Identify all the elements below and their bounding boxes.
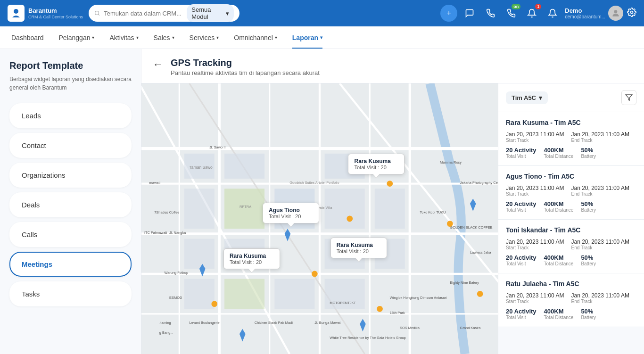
add-button[interactable]: + (440, 5, 457, 22)
nav-aktivitas[interactable]: Aktivitas ▾ (109, 26, 138, 49)
svg-text:Jl. Sawo II: Jl. Sawo II (209, 145, 225, 149)
sidebar-item-tasks[interactable]: Tasks (9, 281, 132, 306)
logo-name: Barantum (28, 7, 83, 15)
phone-icon (486, 8, 495, 18)
nav-dashboard[interactable]: Dashboard (11, 26, 44, 49)
right-panel: Tim A5C ▾ Rara Kusuma - Tim A5C Jan 20, … (498, 83, 644, 354)
phone-ring-icon (506, 8, 516, 18)
filter-icon (625, 94, 633, 101)
svg-text:Taman Sawo: Taman Sawo (190, 165, 213, 170)
svg-line-2 (99, 14, 99, 15)
svg-marker-78 (626, 95, 632, 100)
search-input[interactable] (104, 10, 183, 17)
svg-rect-27 (184, 239, 215, 269)
svg-text:MOTORENTJKT: MOTORENTJKT (330, 301, 356, 305)
distance-stat: 400KM Total Distance (544, 147, 574, 159)
svg-text:Goodrich Suites Artotel Portfo: Goodrich Suites Artotel Portfolio (289, 181, 339, 185)
agent-card-1[interactable]: Agus Tiono - Tim A5C Jan 20, 2023 11:00 … (498, 166, 644, 220)
secondary-bell-icon (548, 8, 557, 18)
map-container[interactable]: Taman Sawo RPTRA Veranda Private Villa S… (141, 83, 498, 354)
agent-card-3[interactable]: Ratu Julaeha - Tim A5C Jan 20, 2023 11:0… (498, 273, 644, 327)
map-popup-agus[interactable]: Agus Tiono Total Visit : 20 (263, 203, 319, 223)
map-popup-rara-2[interactable]: Rara Kusuma Total Visit : 20 (330, 238, 387, 258)
svg-text:15th Park: 15th Park (390, 311, 405, 315)
agent-name: Ratu Julaeha - Tim A5C (506, 280, 636, 288)
sidebar-item-deals[interactable]: Deals (9, 192, 132, 217)
chat-button[interactable] (461, 5, 478, 22)
svg-text:Winglok Hongkong Dimsum Antasa: Winglok Hongkong Dimsum Antasari (390, 296, 447, 300)
svg-text:Eighty Nine Eatery: Eighty Nine Eatery (450, 280, 479, 285)
popup-name: Rara Kusuma (354, 158, 398, 165)
svg-text:SOS Medika: SOS Medika (400, 326, 420, 330)
svg-rect-25 (224, 189, 264, 229)
secondary-bell-button[interactable] (544, 5, 561, 22)
svg-rect-34 (274, 279, 314, 309)
nav-sales[interactable]: Sales ▾ (154, 26, 174, 49)
team-selector[interactable]: Tim A5C ▾ (506, 91, 548, 104)
svg-text:g Bang...: g Bang... (159, 330, 173, 335)
sidebar-item-leads[interactable]: Leads (9, 103, 132, 128)
main-layout: Report Template Berbagai widget laporan … (0, 49, 644, 354)
nav-omnichannel[interactable]: Omnichannel ▾ (234, 26, 277, 49)
start-track-label: Start Track (506, 299, 571, 304)
agent-list: Rara Kusuma - Tim A5C Jan 20, 2023 11:00… (498, 112, 644, 354)
aktivitas-caret-icon: ▾ (136, 35, 139, 40)
menu-navigation: Dashboard Pelanggan ▾ Aktivitas ▾ Sales … (0, 26, 644, 49)
popup-visit: Total Visit : 20 (269, 214, 313, 219)
end-track-value: Jan 20, 2023 11:00 AM (571, 131, 637, 138)
agent-name: Toni Iskandar - Tim A5C (506, 226, 636, 234)
distance-stat: 400KM Total Distance (544, 200, 574, 213)
agent-card-0[interactable]: Rara Kusuma - Tim A5C Jan 20, 2023 11:00… (498, 112, 644, 166)
gps-header: ← GPS Tracking Pantau realtime aktivitas… (141, 49, 644, 83)
nav-services[interactable]: Services ▾ (190, 26, 219, 49)
avatar[interactable] (608, 6, 623, 21)
start-track-value: Jan 20, 2023 11:00 AM (506, 292, 571, 299)
svg-point-68 (387, 181, 393, 187)
svg-text:ITC Fatmawati: ITC Fatmawati (144, 231, 167, 235)
popup-visit: Total Visit : 20 (230, 259, 274, 265)
svg-rect-32 (184, 279, 215, 309)
svg-text:Levant Boulangerie: Levant Boulangerie (190, 321, 220, 325)
sales-caret-icon: ▾ (172, 35, 174, 40)
svg-text:Lawless Jaka: Lawless Jaka (470, 250, 492, 255)
settings-button[interactable] (627, 8, 636, 19)
sidebar-item-calls[interactable]: Calls (9, 222, 132, 247)
svg-point-71 (477, 291, 483, 297)
nav-laporan[interactable]: Laporan ▾ (292, 26, 322, 49)
end-track-value: Jan 20, 2023 11:00 AM (571, 292, 637, 299)
map-popup-rara-1[interactable]: Rara Kusuma Total Visit : 20 (348, 154, 405, 174)
popup-name: Agus Tiono (269, 207, 313, 214)
sidebar-item-contact[interactable]: Contact (9, 133, 132, 158)
popup-name: Rara Kusuma (230, 253, 274, 259)
battery-stat: 50% Battery (581, 147, 596, 159)
alert-button[interactable]: 1 (523, 5, 540, 22)
svg-text:-taming: -taming (159, 321, 171, 325)
module-select[interactable]: Semua Modul ▾ (187, 4, 234, 22)
back-button[interactable]: ← (153, 58, 163, 71)
popup-visit: Total Visit : 20 (354, 165, 398, 170)
topnav-actions: + on 1 Demo demo@barantum... (440, 5, 636, 22)
svg-text:Grand Kasira: Grand Kasira (460, 326, 481, 330)
svg-text:Toko Kopi TUKU: Toko Kopi TUKU (420, 210, 446, 214)
agent-name: Agus Tiono - Tim A5C (506, 173, 636, 180)
agent-card-2[interactable]: Toni Iskandar - Tim A5C Jan 20, 2023 11:… (498, 220, 644, 273)
sidebar: Report Template Berbagai widget laporan … (0, 49, 141, 354)
activity-stat: 20 Activity Total Visit (506, 147, 537, 159)
svg-text:ESMOD: ESMOD (169, 296, 182, 300)
svg-text:Jakarta Photography Centre: Jakarta Photography Centre (460, 181, 498, 185)
notifications-button[interactable]: on (503, 5, 520, 22)
content-area: ← GPS Tracking Pantau realtime aktivitas… (141, 49, 644, 354)
sidebar-item-meetings[interactable]: Meetings (9, 252, 132, 277)
services-caret-icon: ▾ (216, 35, 219, 40)
nav-pelanggan[interactable]: Pelanggan ▾ (59, 26, 95, 49)
filter-button[interactable] (621, 90, 636, 105)
sidebar-item-organizations[interactable]: Organizations (9, 163, 132, 188)
activity-stat: 20 Activity Total Visit (506, 308, 537, 320)
map-popup-rara-3[interactable]: Rara Kusuma Total Visit : 20 (223, 248, 280, 269)
svg-point-3 (614, 10, 618, 13)
svg-point-4 (631, 11, 633, 13)
phone-button[interactable] (482, 5, 499, 22)
gps-subtitle: Pantau realtime aktivitas tim di lapanga… (171, 69, 320, 76)
notification-badge: on (512, 4, 520, 9)
svg-rect-24 (184, 189, 215, 229)
